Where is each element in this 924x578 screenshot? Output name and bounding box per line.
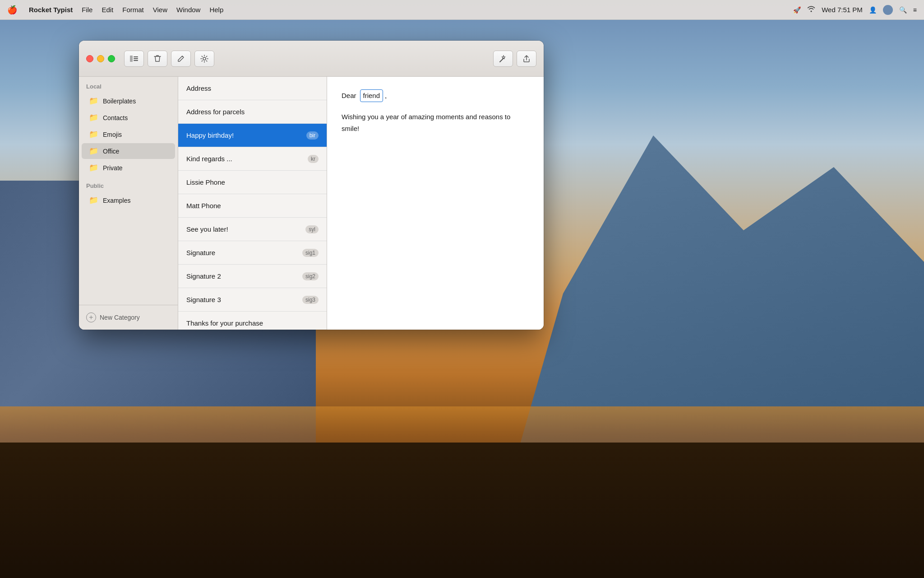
sidebar-item-label: Examples (103, 197, 130, 204)
new-category-label: New Category (100, 314, 140, 321)
dear-label: Dear (342, 90, 356, 101)
comma: , (385, 90, 387, 101)
snippet-label: Kind regards ... (186, 155, 232, 163)
friend-placeholder[interactable]: friend (360, 89, 383, 102)
snippet-label: Lissie Phone (186, 178, 225, 186)
edit-menu[interactable]: Edit (97, 4, 118, 15)
snippet-label: Address for parcels (186, 108, 245, 116)
snippet-badge: kr (308, 155, 319, 163)
magic-wand-button[interactable] (493, 51, 513, 67)
file-menu[interactable]: File (77, 4, 97, 15)
svg-point-4 (203, 57, 206, 60)
titlebar (79, 41, 544, 77)
snippet-item-signature[interactable]: Signature sig1 (178, 241, 327, 265)
user-avatar (883, 5, 893, 15)
snippet-item-signature-3[interactable]: Signature 3 sig3 (178, 288, 327, 312)
share-button[interactable] (517, 51, 536, 67)
sidebar-public-header: Public (79, 176, 178, 192)
app-window: Local 📁 Boilerplates 📁 Contacts 📁 Emojis… (79, 41, 544, 330)
new-category-button[interactable]: + New Category (86, 312, 171, 322)
maximize-button[interactable] (108, 55, 115, 62)
delete-button[interactable] (148, 51, 167, 67)
snippet-badge: sig3 (302, 296, 319, 304)
rocket-icon: 🚀 (793, 6, 801, 14)
close-button[interactable] (86, 55, 93, 62)
snippet-label: Signature (186, 249, 215, 256)
snippet-label: Signature 2 (186, 272, 221, 280)
sidebar-item-private[interactable]: 📁 Private (82, 160, 175, 176)
sidebar-item-emojis[interactable]: 📁 Emojis (82, 126, 175, 142)
sidebar-item-label: Emojis (103, 131, 122, 138)
minimize-button[interactable] (97, 55, 104, 62)
menubar: 🍎 Rocket Typist File Edit Format View Wi… (0, 0, 924, 20)
sidebar-footer: + New Category (79, 305, 178, 330)
app-name-menu[interactable]: Rocket Typist (24, 4, 77, 15)
window-menu[interactable]: Window (172, 4, 205, 15)
snippet-badge: bir (306, 131, 319, 140)
folder-icon: 📁 (89, 196, 98, 205)
folder-icon: 📁 (89, 113, 98, 122)
sidebar-item-label: Office (103, 148, 119, 155)
folder-icon: 📁 (89, 163, 98, 172)
sidebar-item-label: Private (103, 164, 123, 172)
wifi-icon (807, 6, 815, 14)
snippet-badge: sig2 (302, 272, 319, 280)
help-menu[interactable]: Help (205, 4, 228, 15)
snippet-item-lissie-phone[interactable]: Lissie Phone (178, 171, 327, 194)
sidebar-item-examples[interactable]: 📁 Examples (82, 192, 175, 208)
snippet-label: See you later! (186, 225, 228, 233)
snippet-label: Address (186, 84, 211, 92)
toolbar-right (493, 51, 536, 67)
sidebar-item-boilerplates[interactable]: 📁 Boilerplates (82, 93, 175, 109)
apple-menu[interactable]: 🍎 (7, 5, 17, 15)
format-menu[interactable]: Format (118, 4, 148, 15)
snippet-item-matt-phone[interactable]: Matt Phone (178, 194, 327, 218)
snippet-item-see-you-later[interactable]: See you later! syl (178, 218, 327, 241)
notification-center-icon[interactable]: ≡ (913, 6, 917, 14)
edit-button[interactable] (171, 51, 191, 67)
clock: Wed 7:51 PM (822, 6, 863, 14)
snippet-label: Happy birthday! (186, 131, 234, 139)
sidebar-item-label: Boilerplates (103, 98, 136, 105)
sidebar-item-label: Contacts (103, 114, 128, 121)
snippet-item-happy-birthday[interactable]: Happy birthday! bir (178, 124, 327, 147)
user-icon: 👤 (869, 6, 877, 14)
view-menu[interactable]: View (148, 4, 172, 15)
traffic-lights (86, 55, 115, 62)
snippet-item-address-parcels[interactable]: Address for parcels (178, 100, 327, 124)
search-icon[interactable]: 🔍 (899, 6, 907, 14)
folder-icon: 📁 (89, 96, 98, 106)
forest-bottom (0, 443, 924, 578)
preview-dear-line: Dear friend , (342, 89, 529, 102)
snippet-badge: sig1 (302, 249, 319, 257)
svg-rect-2 (134, 58, 138, 59)
toolbar-left (124, 51, 214, 67)
sidebar-toggle-button[interactable] (124, 51, 144, 67)
folder-icon: 📁 (89, 130, 98, 139)
sidebar-item-contacts[interactable]: 📁 Contacts (82, 110, 175, 126)
snippet-item-thanks-purchase[interactable]: Thanks for your purchase (178, 312, 327, 330)
sidebar-item-office[interactable]: 📁 Office (82, 143, 175, 159)
snippet-item-kind-regards[interactable]: Kind regards ... kr (178, 147, 327, 171)
snippet-item-address[interactable]: Address (178, 77, 327, 100)
sidebar: Local 📁 Boilerplates 📁 Contacts 📁 Emojis… (79, 77, 178, 330)
snippets-list: Address Address for parcels Happy birthd… (178, 77, 327, 330)
plus-icon: + (86, 312, 96, 322)
svg-rect-0 (130, 56, 133, 62)
svg-rect-3 (134, 60, 138, 61)
snippet-item-signature-2[interactable]: Signature 2 sig2 (178, 265, 327, 288)
svg-rect-1 (134, 56, 138, 57)
app-content: Local 📁 Boilerplates 📁 Contacts 📁 Emojis… (79, 77, 544, 330)
snippet-label: Matt Phone (186, 202, 221, 210)
folder-icon: 📁 (89, 146, 98, 156)
menubar-right: 🚀 Wed 7:51 PM 👤 🔍 ≡ (793, 5, 917, 15)
settings-button[interactable] (194, 51, 214, 67)
snippet-badge: syl (305, 225, 319, 233)
snippet-label: Thanks for your purchase (186, 319, 263, 327)
preview-pane: Dear friend , Wishing you a year of amaz… (327, 77, 544, 330)
preview-body-text: Wishing you a year of amazing moments an… (342, 111, 529, 134)
snippet-label: Signature 3 (186, 296, 221, 303)
sidebar-local-header: Local (79, 77, 178, 93)
